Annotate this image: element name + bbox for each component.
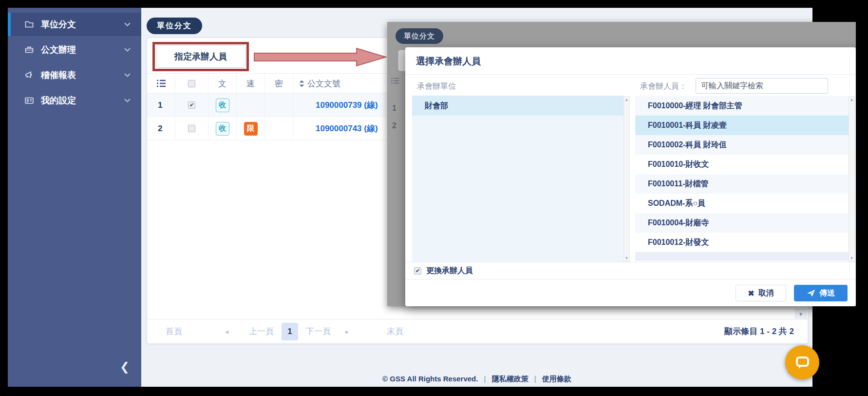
person-option[interactable]: F0010000-經理 財會部主管	[635, 96, 849, 116]
annotation-arrow	[253, 47, 388, 67]
active-accent-bar	[8, 13, 11, 36]
person-option-clipped	[635, 252, 849, 261]
sidebar: 單位分文 公文辦理 稽催報表 我的設定 ❮	[8, 8, 141, 387]
doc-type-cell: 收	[208, 94, 237, 117]
sidebar-item-my-settings[interactable]: 我的設定	[8, 89, 141, 112]
modal-title: 選擇承會辦人員	[416, 55, 481, 68]
speed-cell	[237, 94, 265, 117]
secret-cell	[265, 117, 293, 140]
unit-column-header: 承會辦單位	[412, 78, 623, 96]
divider	[405, 262, 856, 262]
pagination-current-page[interactable]: 1	[282, 323, 298, 340]
send-button[interactable]: 傳送	[794, 285, 848, 301]
pagination-summary: 顯示條目 1 - 2 共 2	[724, 326, 794, 337]
pagination-prev[interactable]: 上一頁	[249, 326, 274, 337]
sort-icon	[299, 80, 304, 87]
scrollbar-down-arrow[interactable]: ▼	[795, 309, 807, 319]
assign-officer-button[interactable]: 指定承辦人員	[156, 45, 245, 68]
sidebar-collapse-button[interactable]: ❮	[120, 360, 130, 374]
secret-cell	[265, 94, 293, 117]
unit-list-scrollbar[interactable]: ▲ ▼	[623, 96, 630, 262]
row-checkbox-cell: ✔	[175, 94, 208, 117]
row-checkbox[interactable]: ✔	[188, 101, 195, 109]
chevron-down-icon	[124, 22, 131, 26]
divider	[405, 74, 856, 75]
sidebar-item-label: 稽催報表	[41, 69, 76, 81]
row-checkbox[interactable]	[188, 125, 195, 132]
person-option[interactable]: F0010010-財收文	[635, 155, 849, 174]
megaphone-icon	[24, 70, 34, 80]
sidebar-item-doc-handling[interactable]: 公文辦理	[8, 38, 141, 61]
change-officer-label: 更換承辦人員	[426, 266, 473, 276]
person-option[interactable]: F0010004-財廟寺	[635, 213, 849, 233]
doc-type-cell: 收	[208, 117, 237, 140]
screenshot-canvas: 單位分文 公文辦理 稽催報表 我的設定 ❮ 單位分文 指	[0, 0, 868, 396]
person-search-input[interactable]	[696, 78, 828, 94]
cancel-button[interactable]: ✖ 取消	[736, 285, 786, 301]
receive-badge: 收	[216, 122, 229, 136]
site-footer: © GSS All Rights Reserved. | 隱私權政策 | 使用條…	[141, 375, 812, 384]
pagination-next-arrow-icon[interactable]: ▸	[345, 328, 349, 336]
pagination-bar: 首頁 ◂ 上一頁 1 下一頁 ▸ 末頁 顯示條目 1 - 2 共 2	[147, 319, 808, 343]
pagination-prev-arrow-icon[interactable]: ◂	[225, 328, 228, 336]
briefcase-icon	[24, 45, 34, 55]
list-ol-icon	[147, 74, 175, 93]
scroll-down-icon[interactable]: ▼	[625, 256, 629, 260]
sidebar-item-label: 單位分文	[41, 19, 76, 30]
person-label: 承會辦人員：	[640, 81, 687, 92]
select-all-checkbox[interactable]	[188, 80, 195, 87]
unit-list: 財會部	[412, 96, 623, 262]
person-option[interactable]: F0010002-科員 財玲伹	[635, 135, 849, 155]
col-doc-header: 文	[208, 74, 237, 93]
page-title-badge: 單位分文	[147, 18, 202, 34]
chevron-down-icon	[124, 99, 131, 102]
col-speed-header: 速	[237, 74, 265, 93]
dimmed-row-index: 2	[392, 121, 396, 130]
person-list-scrollbar[interactable]: ▲ ▼	[849, 96, 855, 262]
person-option[interactable]: SODADM-系○員	[635, 194, 849, 213]
person-option[interactable]: F0010012-財發文	[635, 233, 849, 252]
sidebar-item-audit-reports[interactable]: 稽催報表	[8, 63, 141, 87]
dimmed-row-index: 1	[392, 104, 396, 113]
receive-badge: 收	[216, 99, 229, 112]
scroll-up-icon[interactable]: ▲	[850, 98, 854, 102]
privacy-policy-link[interactable]: 隱私權政策	[492, 375, 528, 383]
row-index: 1	[147, 94, 175, 117]
sidebar-item-unit-dispatch[interactable]: 單位分文	[8, 13, 141, 36]
id-card-icon	[24, 96, 34, 105]
change-officer-checkbox[interactable]: ✔	[414, 267, 421, 275]
scroll-down-icon[interactable]: ▼	[850, 256, 854, 260]
paper-plane-icon	[807, 289, 815, 297]
row-index: 2	[147, 117, 175, 140]
unit-option-selected[interactable]: 財會部	[412, 96, 623, 116]
dimmed-list-ol-icon	[391, 77, 399, 84]
row-checkbox-cell	[175, 117, 208, 140]
livechat-button[interactable]	[785, 345, 819, 379]
select-all-checkbox-cell	[175, 74, 208, 93]
person-list: F0010000-經理 財會部主管 F0010001-科員 財凌壹 F00100…	[635, 96, 849, 262]
person-option[interactable]: F0010011-財檔管	[635, 174, 849, 194]
close-x-icon: ✖	[748, 289, 754, 298]
copyright-text: © GSS All Rights Reserved.	[382, 375, 478, 383]
doc-number-link[interactable]: 1090000739 (線)	[299, 99, 378, 111]
doc-number-link[interactable]: 1090000743 (線)	[299, 123, 378, 134]
pagination-first[interactable]: 首頁	[166, 326, 182, 337]
terms-link[interactable]: 使用條款	[542, 375, 571, 383]
select-officer-modal: 選擇承會辦人員 承會辦單位 財會部 ▲ ▼ 承會辦人員： F0010000-經理…	[405, 47, 856, 306]
col-secret-header: 密	[265, 74, 293, 93]
chat-bubble-icon	[793, 353, 812, 372]
scroll-up-icon[interactable]: ▲	[625, 98, 629, 102]
sidebar-item-label: 我的設定	[41, 95, 76, 106]
speed-cell: 限	[237, 117, 265, 140]
divider	[405, 279, 856, 279]
dimmed-page-title-badge: 單位分文	[396, 28, 443, 44]
chevron-down-icon	[124, 48, 131, 52]
folder-icon	[24, 20, 34, 29]
pagination-last[interactable]: 末頁	[387, 326, 403, 337]
change-officer-row: ✔ 更換承辦人員	[414, 265, 473, 277]
limit-badge: 限	[244, 122, 258, 136]
person-option-selected[interactable]: F0010001-科員 財凌壹	[635, 116, 849, 135]
chevron-down-icon	[124, 73, 131, 77]
pagination-next[interactable]: 下一頁	[306, 326, 331, 337]
sidebar-item-label: 公文辦理	[41, 44, 76, 56]
